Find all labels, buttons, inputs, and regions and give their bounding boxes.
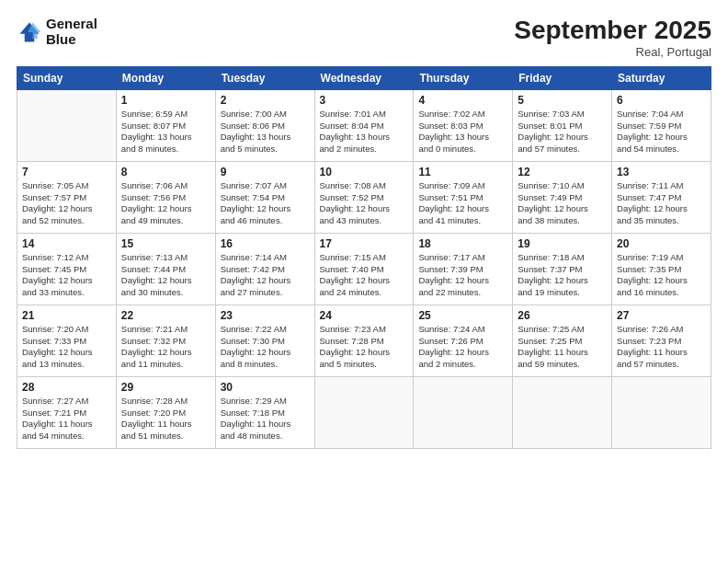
day-number: 17: [320, 237, 409, 250]
day-info: Sunrise: 7:01 AMSunset: 8:04 PMDaylight:…: [320, 109, 409, 155]
calendar-cell: 7Sunrise: 7:05 AMSunset: 7:57 PMDaylight…: [17, 161, 117, 233]
day-number: 7: [22, 166, 111, 178]
calendar-cell: 5Sunrise: 7:03 AMSunset: 8:01 PMDaylight…: [513, 89, 612, 161]
calendar-cell: 12Sunrise: 7:10 AMSunset: 7:49 PMDayligh…: [513, 161, 612, 233]
day-number: 11: [418, 166, 507, 178]
col-wednesday: Wednesday: [314, 66, 414, 89]
day-info: Sunrise: 7:15 AMSunset: 7:40 PMDaylight:…: [320, 252, 409, 299]
day-info: Sunrise: 7:08 AMSunset: 7:52 PMDaylight:…: [320, 180, 409, 227]
calendar-cell: 26Sunrise: 7:25 AMSunset: 7:25 PMDayligh…: [513, 304, 612, 376]
calendar-cell: 15Sunrise: 7:13 AMSunset: 7:44 PMDayligh…: [116, 233, 215, 304]
day-info: Sunrise: 7:00 AMSunset: 8:06 PMDaylight:…: [221, 109, 310, 155]
calendar-cell: [513, 376, 612, 448]
day-info: Sunrise: 7:10 AMSunset: 7:49 PMDaylight:…: [518, 180, 607, 227]
day-info: Sunrise: 7:13 AMSunset: 7:44 PMDaylight:…: [121, 252, 210, 299]
calendar-cell: 28Sunrise: 7:27 AMSunset: 7:21 PMDayligh…: [17, 376, 117, 448]
calendar-body: 1Sunrise: 6:59 AMSunset: 8:07 PMDaylight…: [17, 89, 711, 448]
day-info: Sunrise: 7:25 AMSunset: 7:25 PMDaylight:…: [518, 324, 607, 371]
day-number: 30: [221, 381, 310, 394]
calendar-week-2: 7Sunrise: 7:05 AMSunset: 7:57 PMDaylight…: [17, 161, 711, 233]
day-info: Sunrise: 7:20 AMSunset: 7:33 PMDaylight:…: [22, 324, 111, 371]
day-number: 14: [22, 237, 111, 250]
day-info: Sunrise: 7:24 AMSunset: 7:26 PMDaylight:…: [418, 324, 507, 371]
day-number: 10: [320, 166, 409, 178]
day-info: Sunrise: 7:19 AMSunset: 7:35 PMDaylight:…: [617, 252, 706, 299]
calendar-week-5: 28Sunrise: 7:27 AMSunset: 7:21 PMDayligh…: [17, 376, 711, 448]
calendar-cell: 8Sunrise: 7:06 AMSunset: 7:56 PMDaylight…: [116, 161, 215, 233]
day-info: Sunrise: 7:18 AMSunset: 7:37 PMDaylight:…: [518, 252, 607, 299]
calendar-cell: 25Sunrise: 7:24 AMSunset: 7:26 PMDayligh…: [414, 304, 513, 376]
day-number: 23: [221, 309, 310, 322]
calendar-cell: 2Sunrise: 7:00 AMSunset: 8:06 PMDaylight…: [215, 89, 314, 161]
calendar-header-row: Sunday Monday Tuesday Wednesday Thursday…: [17, 66, 711, 89]
day-info: Sunrise: 7:12 AMSunset: 7:45 PMDaylight:…: [22, 252, 111, 299]
day-number: 20: [617, 237, 706, 250]
day-info: Sunrise: 7:21 AMSunset: 7:32 PMDaylight:…: [121, 324, 210, 371]
day-info: Sunrise: 7:27 AMSunset: 7:21 PMDaylight:…: [22, 396, 111, 442]
page: General Blue September 2025 Real, Portug…: [0, 0, 728, 563]
calendar-cell: 17Sunrise: 7:15 AMSunset: 7:40 PMDayligh…: [314, 233, 414, 304]
day-info: Sunrise: 7:28 AMSunset: 7:20 PMDaylight:…: [121, 396, 210, 442]
calendar-cell: 23Sunrise: 7:22 AMSunset: 7:30 PMDayligh…: [215, 304, 314, 376]
calendar-cell: 27Sunrise: 7:26 AMSunset: 7:23 PMDayligh…: [612, 304, 711, 376]
day-number: 12: [518, 166, 607, 178]
day-info: Sunrise: 7:29 AMSunset: 7:18 PMDaylight:…: [221, 396, 310, 442]
calendar-cell: 21Sunrise: 7:20 AMSunset: 7:33 PMDayligh…: [17, 304, 117, 376]
day-number: 1: [121, 94, 210, 107]
calendar-cell: 11Sunrise: 7:09 AMSunset: 7:51 PMDayligh…: [414, 161, 513, 233]
day-number: 27: [617, 309, 706, 322]
calendar-cell: [314, 376, 414, 448]
day-number: 4: [418, 94, 507, 107]
col-sunday: Sunday: [17, 66, 117, 89]
day-number: 5: [518, 94, 607, 107]
calendar-cell: 6Sunrise: 7:04 AMSunset: 7:59 PMDaylight…: [612, 89, 711, 161]
col-friday: Friday: [513, 66, 612, 89]
calendar-cell: 10Sunrise: 7:08 AMSunset: 7:52 PMDayligh…: [314, 161, 414, 233]
col-thursday: Thursday: [414, 66, 513, 89]
day-info: Sunrise: 7:04 AMSunset: 7:59 PMDaylight:…: [617, 109, 706, 155]
day-number: 29: [121, 381, 210, 394]
day-info: Sunrise: 7:05 AMSunset: 7:57 PMDaylight:…: [22, 180, 111, 227]
logo-text: General Blue: [46, 17, 97, 47]
col-saturday: Saturday: [612, 66, 711, 89]
day-number: 21: [22, 309, 111, 322]
col-tuesday: Tuesday: [215, 66, 314, 89]
logo-icon: [17, 19, 42, 45]
day-number: 24: [320, 309, 409, 322]
day-number: 19: [518, 237, 607, 250]
logo: General Blue: [17, 17, 97, 47]
calendar-cell: 13Sunrise: 7:11 AMSunset: 7:47 PMDayligh…: [612, 161, 711, 233]
day-number: 2: [221, 94, 310, 107]
day-info: Sunrise: 7:14 AMSunset: 7:42 PMDaylight:…: [221, 252, 310, 299]
day-number: 3: [320, 94, 409, 107]
day-number: 28: [22, 381, 111, 394]
day-info: Sunrise: 7:23 AMSunset: 7:28 PMDaylight:…: [320, 324, 409, 371]
day-info: Sunrise: 7:07 AMSunset: 7:54 PMDaylight:…: [221, 180, 310, 227]
day-number: 18: [418, 237, 507, 250]
day-number: 25: [418, 309, 507, 322]
day-number: 13: [617, 166, 706, 178]
calendar-cell: 20Sunrise: 7:19 AMSunset: 7:35 PMDayligh…: [612, 233, 711, 304]
day-number: 9: [221, 166, 310, 178]
day-info: Sunrise: 7:02 AMSunset: 8:03 PMDaylight:…: [418, 109, 507, 155]
day-info: Sunrise: 7:09 AMSunset: 7:51 PMDaylight:…: [418, 180, 507, 227]
day-info: Sunrise: 7:22 AMSunset: 7:30 PMDaylight:…: [221, 324, 310, 371]
day-number: 22: [121, 309, 210, 322]
calendar-cell: 19Sunrise: 7:18 AMSunset: 7:37 PMDayligh…: [513, 233, 612, 304]
calendar-cell: 4Sunrise: 7:02 AMSunset: 8:03 PMDaylight…: [414, 89, 513, 161]
calendar-cell: 22Sunrise: 7:21 AMSunset: 7:32 PMDayligh…: [116, 304, 215, 376]
day-info: Sunrise: 7:06 AMSunset: 7:56 PMDaylight:…: [121, 180, 210, 227]
calendar-cell: [414, 376, 513, 448]
day-info: Sunrise: 7:03 AMSunset: 8:01 PMDaylight:…: [518, 109, 607, 155]
day-info: Sunrise: 7:11 AMSunset: 7:47 PMDaylight:…: [617, 180, 706, 227]
calendar-week-1: 1Sunrise: 6:59 AMSunset: 8:07 PMDaylight…: [17, 89, 711, 161]
day-number: 6: [617, 94, 706, 107]
day-number: 15: [121, 237, 210, 250]
calendar-cell: 3Sunrise: 7:01 AMSunset: 8:04 PMDaylight…: [314, 89, 414, 161]
calendar-cell: 16Sunrise: 7:14 AMSunset: 7:42 PMDayligh…: [215, 233, 314, 304]
calendar-cell: [612, 376, 711, 448]
month-title: September 2025: [514, 17, 711, 45]
calendar-cell: [17, 89, 117, 161]
calendar-cell: 24Sunrise: 7:23 AMSunset: 7:28 PMDayligh…: [314, 304, 414, 376]
col-monday: Monday: [116, 66, 215, 89]
